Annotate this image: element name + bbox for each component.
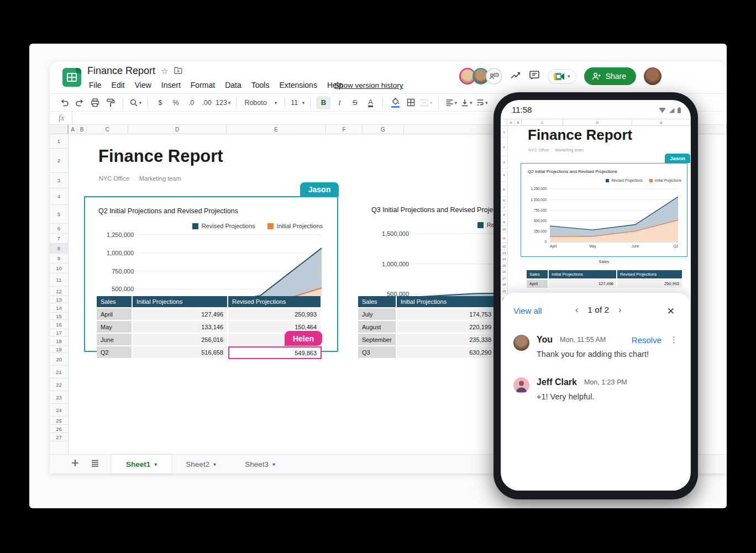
table-cell[interactable]: 220,199 <box>397 321 496 334</box>
column-header-F[interactable]: F <box>326 125 363 134</box>
column-header-A[interactable]: A <box>69 125 77 134</box>
column-header-D[interactable]: D <box>128 125 227 134</box>
row-header-19[interactable]: 19 <box>50 346 68 353</box>
row-header-23[interactable]: 23 <box>50 391 68 404</box>
menu-edit[interactable]: Edit <box>107 80 130 91</box>
row-header-7[interactable]: 7 <box>50 234 68 244</box>
star-icon[interactable]: ☆ <box>161 67 168 75</box>
table-cell[interactable]: July <box>358 308 397 321</box>
menu-data[interactable]: Data <box>220 80 246 91</box>
row-header-12[interactable]: 12 <box>50 287 68 296</box>
table-cell[interactable]: April <box>527 280 549 289</box>
column-header-G[interactable]: G <box>363 125 404 134</box>
all-sheets-icon[interactable] <box>91 459 99 470</box>
row-header-5[interactable]: 5 <box>50 205 68 224</box>
table-cell[interactable]: 127,496 <box>133 308 228 321</box>
table-cell[interactable]: 174,753 <box>397 308 496 321</box>
redo-icon[interactable] <box>73 96 86 109</box>
select-all-corner[interactable] <box>50 125 69 134</box>
row-header-4[interactable]: 4 <box>50 188 68 205</box>
font-select[interactable]: Roboto▾ <box>242 96 279 109</box>
row-header-11[interactable]: 11 <box>50 273 68 287</box>
table-cell[interactable]: May <box>97 321 133 334</box>
percent-format-button[interactable]: % <box>169 96 182 109</box>
show-version-history-link[interactable]: Show version history <box>334 81 403 89</box>
table-cell[interactable]: 549,863 <box>228 346 322 359</box>
undo-icon[interactable] <box>57 96 71 109</box>
row-header-2[interactable]: 2 <box>50 149 68 173</box>
menu-file[interactable]: File <box>84 80 107 91</box>
user-avatar[interactable] <box>644 67 662 85</box>
tab-sheet1[interactable]: Sheet1▾ <box>112 455 171 473</box>
row-header-27[interactable]: 27 <box>50 433 68 441</box>
table-cell[interactable]: August <box>358 321 397 334</box>
table-cell[interactable]: June <box>97 334 133 346</box>
move-to-folder-icon[interactable] <box>174 67 182 75</box>
paint-format-icon[interactable] <box>104 96 117 109</box>
table-cell[interactable]: 250,993 <box>228 308 322 321</box>
more-options-icon[interactable]: ⋮ <box>670 335 678 345</box>
view-all-link[interactable]: View all <box>513 306 542 315</box>
row-header-25[interactable]: 25 <box>50 417 68 425</box>
insert-chart-icon[interactable] <box>510 70 521 82</box>
tab-sheet2[interactable]: Sheet2▾ <box>171 455 230 473</box>
menu-format[interactable]: Format <box>186 80 220 91</box>
bold-button[interactable]: B <box>316 96 330 109</box>
tab-sheet3[interactable]: Sheet3▾ <box>230 455 290 473</box>
menu-tools[interactable]: Tools <box>246 80 275 91</box>
row-header-20[interactable]: 20 <box>50 353 68 366</box>
row-header-10[interactable]: 10 <box>50 264 68 273</box>
increase-decimal-button[interactable]: .00 <box>200 96 213 109</box>
row-header-14[interactable]: 14 <box>50 303 68 313</box>
row-header-3[interactable]: 3 <box>50 173 68 188</box>
table-cell[interactable]: Q2 <box>97 346 133 359</box>
add-sheet-icon[interactable] <box>71 459 80 470</box>
table-cell[interactable]: Q3 <box>358 346 397 359</box>
sheets-logo-icon[interactable] <box>62 68 81 87</box>
document-title[interactable]: Finance Report <box>87 65 155 77</box>
row-header-1[interactable]: 1 <box>50 134 68 149</box>
merge-cells-icon[interactable]: ▾ <box>419 96 433 109</box>
table-cell[interactable]: 133,146 <box>133 321 228 334</box>
horizontal-align-icon[interactable]: ▾ <box>444 96 458 109</box>
table-cell[interactable]: 127,496 <box>549 280 617 289</box>
text-color-button[interactable]: A <box>364 96 377 109</box>
join-call-avatar-icon[interactable] <box>486 68 502 85</box>
row-header-6[interactable]: 6 <box>50 224 68 234</box>
column-header-E[interactable]: E <box>227 125 326 134</box>
row-header-24[interactable]: 24 <box>50 404 68 417</box>
text-wrap-icon[interactable]: ▾ <box>475 96 489 109</box>
strikethrough-button[interactable]: S <box>348 96 361 109</box>
meet-button[interactable]: ▾ <box>548 69 576 84</box>
italic-button[interactable]: I <box>333 96 346 109</box>
table-cell[interactable]: September <box>358 334 397 346</box>
row-header-21[interactable]: 21 <box>50 366 68 378</box>
number-format-button[interactable]: 123▾ <box>216 96 230 109</box>
table-cell[interactable]: 630,290 <box>397 346 496 359</box>
row-header-15[interactable]: 15 <box>50 313 68 320</box>
resolve-button[interactable]: Resolve <box>632 335 662 345</box>
previous-comment-icon[interactable]: ‹ <box>575 305 578 315</box>
row-header-26[interactable]: 26 <box>50 425 68 433</box>
column-header-C[interactable]: C <box>87 125 128 134</box>
table-cell[interactable]: 250,993 <box>617 280 683 289</box>
menu-insert[interactable]: Insert <box>156 80 186 91</box>
fill-color-icon[interactable] <box>389 96 402 109</box>
close-icon[interactable]: ✕ <box>667 306 675 317</box>
row-header-22[interactable]: 22 <box>50 378 68 391</box>
row-header-8[interactable]: 8 <box>50 244 68 254</box>
currency-format-button[interactable]: $ <box>154 96 167 109</box>
table-cell[interactable]: 256,016 <box>133 334 228 346</box>
borders-icon[interactable] <box>404 96 417 109</box>
zoom-icon[interactable]: ▾ <box>129 96 142 109</box>
table-cell[interactable]: April <box>97 308 133 321</box>
share-button[interactable]: Share <box>584 67 636 85</box>
font-size-select[interactable]: 11 ▾ <box>291 96 305 109</box>
print-icon[interactable] <box>88 96 102 109</box>
row-header-13[interactable]: 13 <box>50 296 68 303</box>
table-cell[interactable]: 516,658 <box>133 346 228 359</box>
row-header-17[interactable]: 17 <box>50 329 68 336</box>
comment-icon[interactable] <box>529 70 540 83</box>
table-cell[interactable]: 235,338 <box>397 334 496 346</box>
column-header-B[interactable]: B <box>77 125 87 134</box>
